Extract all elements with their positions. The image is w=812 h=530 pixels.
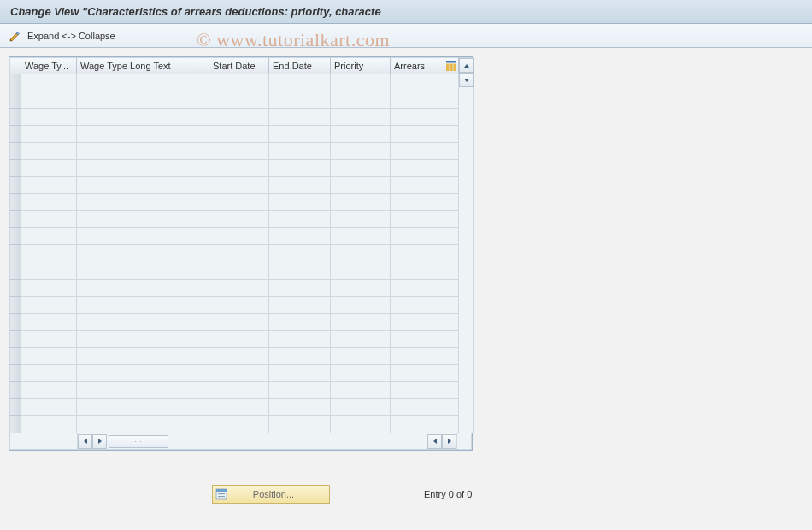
cell-end-date[interactable]	[269, 365, 331, 382]
cell-start-date[interactable]	[209, 91, 269, 109]
cell-wage-type[interactable]	[21, 109, 77, 126]
cell-arrears[interactable]	[391, 297, 444, 314]
cell-wage-type[interactable]	[21, 331, 77, 348]
row-selector[interactable]	[9, 416, 21, 433]
cell-start-date[interactable]	[209, 126, 269, 143]
table-row[interactable]	[9, 416, 459, 433]
table-row[interactable]	[9, 211, 459, 228]
row-selector[interactable]	[9, 74, 21, 91]
row-selector-header[interactable]	[9, 57, 21, 74]
cell-priority[interactable]	[331, 245, 391, 262]
table-row[interactable]	[9, 228, 459, 245]
hscroll-track[interactable]: ···	[78, 433, 456, 449]
scroll-up-button[interactable]	[459, 58, 474, 73]
cell-arrears[interactable]	[391, 211, 444, 228]
cell-arrears[interactable]	[391, 399, 444, 416]
row-selector[interactable]	[9, 211, 21, 228]
cell-arrears[interactable]	[391, 143, 444, 160]
cell-arrears[interactable]	[391, 262, 444, 280]
cell-wage-type[interactable]	[21, 245, 77, 262]
cell-end-date[interactable]	[269, 228, 331, 245]
cell-priority[interactable]	[331, 228, 391, 245]
row-selector[interactable]	[9, 348, 21, 365]
cell-wage-type-long-text[interactable]	[77, 348, 209, 365]
cell-end-date[interactable]	[269, 399, 331, 416]
cell-end-date[interactable]	[269, 348, 331, 365]
cell-start-date[interactable]	[209, 245, 269, 262]
cell-start-date[interactable]	[209, 211, 269, 228]
cell-start-date[interactable]	[209, 297, 269, 314]
cell-wage-type-long-text[interactable]	[77, 262, 209, 280]
cell-priority[interactable]	[331, 109, 391, 126]
cell-wage-type[interactable]	[21, 211, 77, 228]
table-settings-button[interactable]	[444, 57, 459, 74]
cell-end-date[interactable]	[269, 211, 331, 228]
cell-end-date[interactable]	[269, 109, 331, 126]
scroll-left-button[interactable]	[78, 434, 92, 449]
cell-wage-type[interactable]	[21, 194, 77, 211]
table-row[interactable]	[9, 126, 459, 143]
cell-start-date[interactable]	[209, 416, 269, 433]
cell-end-date[interactable]	[269, 382, 331, 399]
scroll-right-button[interactable]	[92, 434, 107, 449]
cell-priority[interactable]	[331, 382, 391, 399]
cell-start-date[interactable]	[209, 109, 269, 126]
cell-arrears[interactable]	[391, 109, 444, 126]
cell-wage-type-long-text[interactable]	[77, 314, 209, 331]
cell-wage-type[interactable]	[21, 416, 77, 433]
cell-wage-type[interactable]	[21, 382, 77, 399]
position-button[interactable]: Position...	[212, 485, 330, 504]
column-header-wage-type[interactable]: Wage Ty...	[21, 57, 77, 74]
cell-start-date[interactable]	[209, 228, 269, 245]
hscroll-thumb[interactable]: ···	[109, 435, 168, 448]
cell-arrears[interactable]	[391, 126, 444, 143]
row-selector[interactable]	[9, 109, 21, 126]
row-selector[interactable]	[9, 262, 21, 280]
cell-wage-type-long-text[interactable]	[77, 245, 209, 262]
cell-start-date[interactable]	[209, 382, 269, 399]
cell-end-date[interactable]	[269, 74, 331, 91]
cell-priority[interactable]	[331, 143, 391, 160]
cell-start-date[interactable]	[209, 160, 269, 177]
row-selector[interactable]	[9, 280, 21, 297]
cell-wage-type[interactable]	[21, 228, 77, 245]
cell-priority[interactable]	[331, 160, 391, 177]
cell-priority[interactable]	[331, 399, 391, 416]
cell-priority[interactable]	[331, 262, 391, 280]
cell-wage-type[interactable]	[21, 280, 77, 297]
cell-arrears[interactable]	[391, 160, 444, 177]
column-header-end-date[interactable]: End Date	[269, 57, 331, 74]
cell-end-date[interactable]	[269, 194, 331, 211]
cell-wage-type-long-text[interactable]	[77, 365, 209, 382]
cell-wage-type-long-text[interactable]	[77, 74, 209, 91]
table-row[interactable]	[9, 297, 459, 314]
table-row[interactable]	[9, 177, 459, 194]
table-row[interactable]	[9, 399, 459, 416]
cell-start-date[interactable]	[209, 399, 269, 416]
cell-end-date[interactable]	[269, 416, 331, 433]
cell-arrears[interactable]	[391, 331, 444, 348]
cell-end-date[interactable]	[269, 245, 331, 262]
column-header-arrears[interactable]: Arrears	[391, 57, 444, 74]
cell-end-date[interactable]	[269, 177, 331, 194]
cell-start-date[interactable]	[209, 314, 269, 331]
cell-start-date[interactable]	[209, 262, 269, 280]
cell-wage-type-long-text[interactable]	[77, 91, 209, 109]
column-header-wage-type-long-text[interactable]: Wage Type Long Text	[77, 57, 209, 74]
cell-wage-type-long-text[interactable]	[77, 280, 209, 297]
table-row[interactable]	[9, 74, 459, 91]
cell-arrears[interactable]	[391, 177, 444, 194]
cell-end-date[interactable]	[269, 143, 331, 160]
cell-arrears[interactable]	[391, 314, 444, 331]
scroll-right-end-button[interactable]	[442, 434, 456, 449]
cell-wage-type[interactable]	[21, 365, 77, 382]
table-row[interactable]	[9, 331, 459, 348]
cell-priority[interactable]	[331, 314, 391, 331]
cell-wage-type[interactable]	[21, 74, 77, 91]
cell-wage-type[interactable]	[21, 314, 77, 331]
cell-start-date[interactable]	[209, 177, 269, 194]
table-row[interactable]	[9, 194, 459, 211]
cell-end-date[interactable]	[269, 262, 331, 280]
row-selector[interactable]	[9, 160, 21, 177]
cell-wage-type-long-text[interactable]	[77, 143, 209, 160]
